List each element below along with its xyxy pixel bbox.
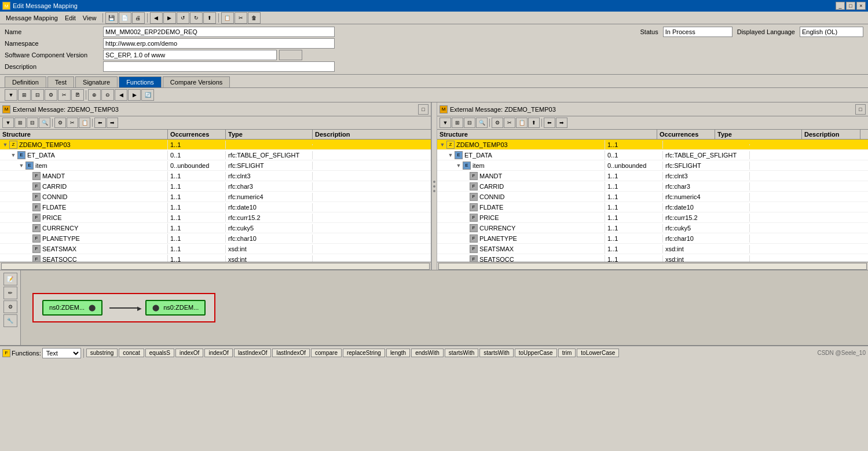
minimize-button[interactable]: _ (836, 2, 845, 10)
toolbar-btn-9[interactable]: 📋 (221, 12, 234, 24)
left-tb-5[interactable]: ⚙ (54, 118, 66, 128)
table-row[interactable]: FCURRENCY1..1rfc:cuky5 (437, 223, 868, 233)
toolbar2-btn-4[interactable]: ⚙ (45, 89, 57, 101)
func-indexof-1[interactable]: indexOf (175, 349, 203, 357)
table-row[interactable]: FCARRID1..1rfc:char3 (0, 181, 431, 192)
func-tolowercase[interactable]: toLowerCase (577, 349, 619, 357)
software-component-input[interactable] (103, 50, 277, 60)
func-touppercase[interactable]: toUpperCase (515, 349, 557, 357)
toolbar2-btn-5[interactable]: ✂ (58, 89, 71, 101)
toolbar2-btn-9[interactable]: ◀ (115, 89, 127, 101)
toolbar-btn-11[interactable]: 🗑 (248, 12, 261, 24)
toolbar2-btn-11[interactable]: 🔄 (141, 89, 154, 101)
table-row[interactable]: FMANDT1..1rfc:clnt3 (437, 171, 868, 181)
left-tb-8[interactable]: ⬅ (94, 118, 106, 128)
description-input[interactable] (103, 61, 335, 72)
right-tb-8[interactable]: ⬆ (528, 118, 540, 128)
func-indexof-2[interactable]: indexOf (204, 349, 232, 357)
left-tb-7[interactable]: 📋 (79, 118, 90, 128)
toolbar-btn-8[interactable]: ⬆ (203, 12, 216, 24)
func-lastindexof-1[interactable]: lastIndexOf (234, 349, 272, 357)
table-row[interactable]: FFLDATE1..1rfc:date10 (0, 202, 431, 212)
table-row[interactable]: FPLANETYPE1..1rfc:char10 (0, 233, 431, 244)
mapping-source-node[interactable]: ns0:ZDEM... ⬤ (42, 300, 102, 316)
toolbar2-btn-2[interactable]: ⊞ (18, 89, 31, 101)
table-row[interactable]: FPRICE1..1rfc:curr15.2 (437, 212, 868, 223)
func-concat[interactable]: concat (119, 349, 144, 357)
mapping-sidebar-btn-2[interactable]: ✏ (3, 287, 17, 299)
table-row[interactable]: FPLANETYPE1..1rfc:char10 (437, 233, 868, 244)
mapping-sidebar-btn-4[interactable]: 🔧 (3, 314, 17, 327)
table-row[interactable]: FPRICE1..1rfc:curr15.2 (0, 212, 431, 223)
func-lastindexof-2[interactable]: lastIndexOf (272, 349, 310, 357)
right-hscroll[interactable] (438, 263, 867, 270)
table-row[interactable]: ▼ZZDEMO_TEMP031..1 (437, 140, 868, 150)
func-substring[interactable]: substring (86, 349, 118, 357)
func-replacestring[interactable]: replaceString (343, 349, 385, 357)
right-tb-6[interactable]: ✂ (504, 118, 515, 128)
table-row[interactable]: FSEATSMAX1..1xsd:int (437, 244, 868, 254)
table-row[interactable]: ▼ZZDEMO_TEMP031..1 (0, 140, 431, 150)
toolbar2-btn-7[interactable]: ⊕ (88, 89, 101, 101)
toolbar-btn-7[interactable]: ↻ (190, 12, 203, 24)
mapping-sidebar-btn-3[interactable]: ⚙ (3, 300, 17, 313)
right-tb-2[interactable]: ⊞ (452, 118, 463, 128)
left-pane-expand-btn[interactable]: □ (418, 104, 428, 115)
menu-edit[interactable]: Edit (61, 13, 79, 23)
table-row[interactable]: ▼EET_DATA0..1rfc:TABLE_OF_SFLIGHT (0, 150, 431, 160)
menu-view[interactable]: View (79, 13, 100, 23)
toolbar2-btn-1[interactable]: ▼ (5, 89, 17, 101)
table-row[interactable]: ▼Eitem0..unboundedrfc:SFLIGHT (0, 160, 431, 171)
menu-message-mapping[interactable]: Message Mapping (2, 13, 61, 23)
toolbar2-btn-8[interactable]: ⊖ (101, 89, 114, 101)
mapping-target-node[interactable]: ⬤ ns0:ZDEM... (145, 300, 206, 316)
toolbar-btn-2[interactable]: 📄 (119, 12, 131, 24)
toolbar2-btn-6[interactable]: 🖹 (71, 89, 84, 101)
tab-test[interactable]: Test (47, 76, 74, 87)
toolbar-btn-4[interactable]: ◀ (150, 12, 163, 24)
right-tb-5[interactable]: ⚙ (492, 118, 503, 128)
table-row[interactable]: ▼EET_DATA0..1rfc:TABLE_OF_SFLIGHT (437, 150, 868, 160)
func-length[interactable]: length (386, 349, 410, 357)
toolbar2-btn-10[interactable]: ▶ (128, 89, 141, 101)
table-row[interactable]: FSEATSMAX1..1xsd:int (0, 244, 431, 254)
func-startswith-1[interactable]: startsWith (445, 349, 478, 357)
right-tb-10[interactable]: ➡ (556, 118, 567, 128)
left-tb-3[interactable]: ⊟ (27, 118, 38, 128)
toolbar2-btn-3[interactable]: ⊟ (31, 89, 44, 101)
table-row[interactable]: FFLDATE1..1rfc:date10 (437, 202, 868, 212)
toolbar-btn-6[interactable]: ↺ (177, 12, 189, 24)
left-tb-6[interactable]: ✂ (67, 118, 78, 128)
func-compare[interactable]: compare (311, 349, 342, 357)
left-tb-2[interactable]: ⊞ (14, 118, 26, 128)
right-tb-9[interactable]: ⬅ (544, 118, 555, 128)
left-tb-4[interactable]: 🔍 (39, 118, 50, 128)
func-startswith-2[interactable]: startsWith (479, 349, 513, 357)
toolbar-btn-1[interactable]: 💾 (105, 12, 118, 24)
tab-definition[interactable]: Definition (5, 76, 46, 87)
mapping-sidebar-btn-1[interactable]: 📝 (3, 273, 17, 285)
table-row[interactable]: FSEATSOCC1..1xsd:int (0, 254, 431, 262)
close-button[interactable]: × (856, 2, 866, 10)
tab-signature[interactable]: Signature (75, 76, 118, 87)
toolbar-btn-5[interactable]: ▶ (163, 12, 176, 24)
table-row[interactable]: FCONNID1..1rfc:numeric4 (437, 192, 868, 202)
left-tb-1[interactable]: ▼ (2, 118, 14, 128)
right-tb-4[interactable]: 🔍 (476, 118, 488, 128)
left-tb-9[interactable]: ➡ (107, 118, 118, 128)
func-equalss[interactable]: equalsS (145, 349, 174, 357)
displayed-language-input[interactable] (800, 27, 863, 37)
right-tb-1[interactable]: ▼ (440, 118, 451, 128)
table-row[interactable]: FCURRENCY1..1rfc:cuky5 (0, 223, 431, 233)
right-pane-expand-btn[interactable]: □ (855, 104, 866, 115)
namespace-input[interactable] (103, 38, 335, 49)
status-input[interactable] (663, 27, 733, 37)
tab-compare-versions[interactable]: Compare Versions (163, 76, 230, 87)
pane-splitter[interactable] (431, 102, 437, 270)
table-row[interactable]: FMANDT1..1rfc:clnt3 (0, 171, 431, 181)
toolbar-btn-3[interactable]: 🖨 (132, 12, 145, 24)
functions-type-dropdown[interactable]: Text Math Date Boolean (42, 348, 81, 358)
tab-functions[interactable]: Functions (119, 76, 162, 87)
func-trim[interactable]: trim (558, 349, 576, 357)
maximize-button[interactable]: □ (846, 2, 855, 10)
